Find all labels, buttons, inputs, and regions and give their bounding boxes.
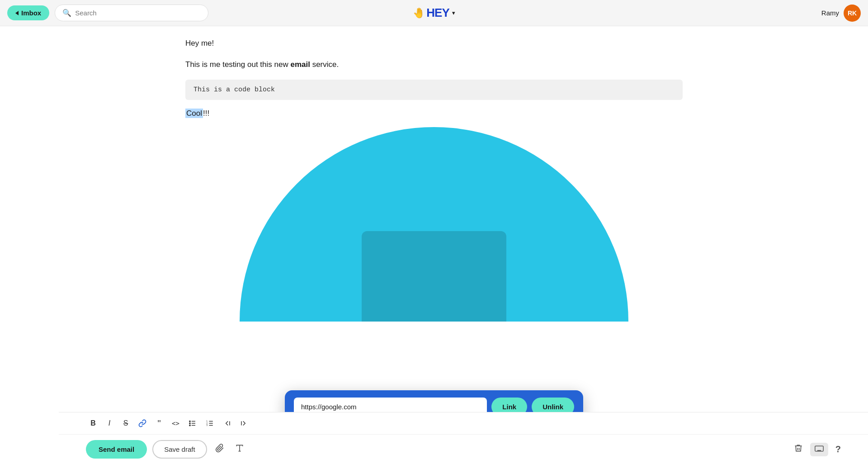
svg-point-5 [189, 425, 190, 426]
toolbar: B I S " <> 1 2 3 [59, 412, 868, 464]
ordered-list-button[interactable]: 1 2 3 [202, 416, 217, 431]
svg-text:3: 3 [206, 424, 208, 426]
indent-decrease-button[interactable] [219, 416, 235, 431]
hey-logo-text: HEY [426, 6, 449, 20]
avatar[interactable]: RK [844, 5, 861, 22]
main-content: Hey me! This is me testing out this new … [0, 26, 868, 464]
top-nav: Imbox 🔍 🤚 HEY ▾ Ramy RK [0, 0, 868, 26]
hey-dropdown-icon[interactable]: ▾ [452, 9, 455, 16]
chevron-left-icon [15, 11, 19, 15]
delete-button[interactable] [794, 444, 803, 455]
action-bar: Send email Save draft [59, 435, 868, 464]
send-email-button[interactable]: Send email [86, 440, 147, 459]
semicircle-graphic [240, 127, 628, 322]
inbox-button[interactable]: Imbox [7, 5, 49, 20]
email-greeting: Hey me! [185, 37, 683, 49]
search-icon: 🔍 [62, 9, 71, 17]
cool-highlight: Cool [185, 109, 203, 118]
strikethrough-button[interactable]: S [118, 416, 133, 431]
help-button[interactable]: ? [835, 444, 841, 455]
inbox-label: Imbox [21, 9, 41, 17]
attach-button[interactable] [212, 441, 227, 458]
link-format-button[interactable] [135, 416, 150, 431]
nav-right: Ramy RK [821, 5, 861, 22]
nav-center: 🤚 HEY ▾ [413, 6, 455, 20]
font-size-button[interactable] [232, 441, 247, 458]
code-block: This is a code block [185, 80, 683, 100]
hey-logo: 🤚 HEY [413, 6, 449, 20]
email-paragraph: This is me testing out this new email se… [185, 58, 683, 71]
bold-button[interactable]: B [86, 416, 100, 431]
bold-word: email [290, 60, 310, 69]
code-format-button[interactable]: <> [168, 416, 183, 431]
user-name: Ramy [821, 9, 839, 17]
svg-point-3 [189, 421, 190, 421]
search-bar: 🔍 [55, 5, 208, 21]
email-body: Hey me! This is me testing out this new … [185, 26, 683, 332]
format-bar: B I S " <> 1 2 3 [59, 412, 868, 435]
cool-text: Cool!!! [185, 109, 683, 118]
semicircle-container [185, 127, 683, 322]
hey-hand-icon: 🤚 [413, 7, 425, 19]
bullet-list-button[interactable] [185, 416, 200, 431]
indent-increase-button[interactable] [236, 416, 252, 431]
italic-button[interactable]: I [102, 416, 117, 431]
svg-point-4 [189, 423, 190, 424]
action-right-group: ? [794, 443, 841, 456]
search-input[interactable] [75, 9, 201, 17]
blockquote-button[interactable]: " [152, 416, 166, 431]
save-draft-button[interactable]: Save draft [152, 440, 207, 459]
keyboard-button[interactable] [810, 443, 828, 456]
